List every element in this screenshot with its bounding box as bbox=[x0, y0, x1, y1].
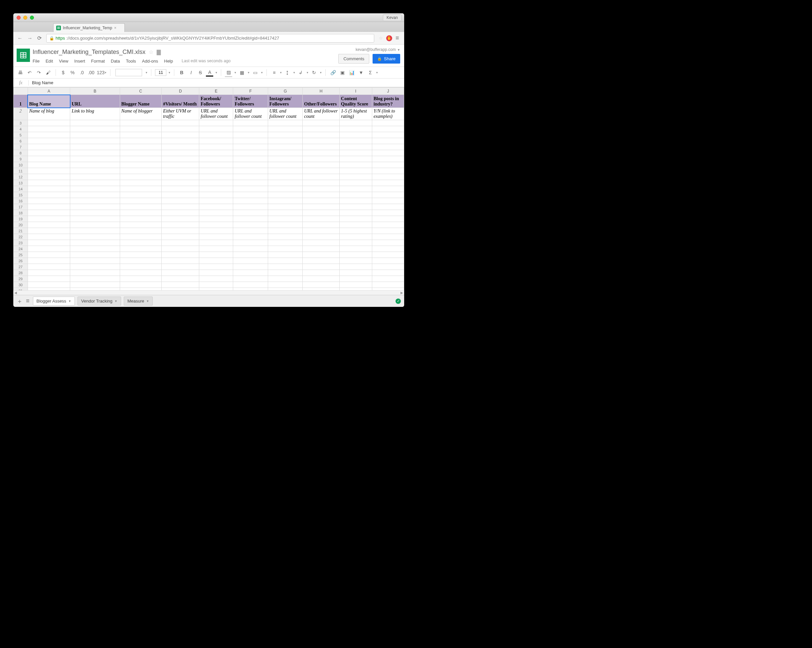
cell[interactable] bbox=[70, 264, 120, 270]
filter-icon[interactable]: ▼ bbox=[357, 69, 365, 76]
share-button[interactable]: 🔒 Share bbox=[372, 54, 400, 64]
cell[interactable] bbox=[303, 192, 340, 198]
cell[interactable] bbox=[340, 204, 372, 210]
cell[interactable] bbox=[340, 288, 372, 290]
cell[interactable] bbox=[340, 276, 372, 282]
back-button[interactable]: ← bbox=[17, 35, 23, 41]
cell[interactable] bbox=[268, 210, 302, 216]
cell[interactable] bbox=[162, 258, 199, 264]
row-number[interactable]: 26 bbox=[14, 258, 28, 264]
redo-icon[interactable]: ↷ bbox=[35, 69, 43, 76]
cell[interactable] bbox=[162, 264, 199, 270]
cell[interactable] bbox=[120, 138, 162, 144]
row-number[interactable]: 18 bbox=[14, 210, 28, 216]
scroll-left-icon[interactable]: ◀ bbox=[13, 290, 18, 295]
cell[interactable] bbox=[70, 168, 120, 174]
cell[interactable] bbox=[233, 180, 268, 186]
cell[interactable] bbox=[233, 234, 268, 240]
row-number[interactable]: 11 bbox=[14, 168, 28, 174]
cell[interactable] bbox=[233, 252, 268, 258]
cell[interactable] bbox=[199, 192, 233, 198]
column-header[interactable]: C bbox=[120, 87, 162, 95]
cell[interactable]: URL and follower count bbox=[233, 108, 268, 120]
cell[interactable] bbox=[199, 150, 233, 156]
cell[interactable] bbox=[27, 210, 70, 216]
cell[interactable] bbox=[233, 120, 268, 126]
cell[interactable] bbox=[70, 222, 120, 228]
cell[interactable] bbox=[268, 132, 302, 138]
cell[interactable] bbox=[372, 198, 404, 204]
cell[interactable] bbox=[372, 150, 404, 156]
cell[interactable] bbox=[27, 132, 70, 138]
cell[interactable] bbox=[70, 204, 120, 210]
cell[interactable] bbox=[120, 186, 162, 192]
cell[interactable] bbox=[303, 234, 340, 240]
cell[interactable] bbox=[120, 204, 162, 210]
comment-icon[interactable]: ▣ bbox=[339, 69, 346, 76]
cell[interactable] bbox=[162, 162, 199, 168]
column-header[interactable]: G bbox=[268, 87, 302, 95]
header-cell[interactable]: #Visitors/ Month bbox=[162, 95, 199, 108]
address-bar[interactable]: 🔒 https ://docs.google.com/spreadsheets/… bbox=[46, 34, 374, 43]
cell[interactable] bbox=[303, 204, 340, 210]
cell[interactable] bbox=[268, 156, 302, 162]
cell[interactable] bbox=[70, 252, 120, 258]
cell[interactable] bbox=[27, 192, 70, 198]
cell[interactable] bbox=[27, 138, 70, 144]
cell[interactable] bbox=[27, 180, 70, 186]
row-number[interactable]: 4 bbox=[14, 126, 28, 132]
cell[interactable] bbox=[120, 216, 162, 222]
cell[interactable] bbox=[70, 132, 120, 138]
cell[interactable] bbox=[70, 180, 120, 186]
cell[interactable] bbox=[70, 174, 120, 180]
cell[interactable] bbox=[120, 222, 162, 228]
cell[interactable] bbox=[120, 258, 162, 264]
row-number[interactable]: 17 bbox=[14, 204, 28, 210]
cell[interactable] bbox=[199, 222, 233, 228]
cell[interactable] bbox=[120, 174, 162, 180]
cell[interactable] bbox=[233, 132, 268, 138]
cell[interactable] bbox=[303, 288, 340, 290]
cell[interactable] bbox=[162, 198, 199, 204]
cell[interactable] bbox=[199, 228, 233, 234]
row-number[interactable]: 7 bbox=[14, 144, 28, 150]
currency-icon[interactable]: $ bbox=[60, 69, 67, 76]
menu-tools[interactable]: Tools bbox=[126, 58, 136, 64]
cell[interactable] bbox=[268, 228, 302, 234]
cell[interactable] bbox=[268, 204, 302, 210]
decimal-decrease-icon[interactable]: .0 bbox=[78, 69, 85, 76]
row-number[interactable]: 5 bbox=[14, 132, 28, 138]
row-number[interactable]: 10 bbox=[14, 162, 28, 168]
functions-icon[interactable]: Σ bbox=[366, 69, 374, 76]
cell[interactable] bbox=[268, 150, 302, 156]
cell[interactable] bbox=[120, 126, 162, 132]
user-email[interactable]: kevan@bufferapp.com ▼ bbox=[338, 47, 400, 52]
cell[interactable] bbox=[372, 168, 404, 174]
cell[interactable] bbox=[27, 156, 70, 162]
cell[interactable] bbox=[162, 246, 199, 252]
cell[interactable] bbox=[268, 138, 302, 144]
cell[interactable] bbox=[268, 240, 302, 246]
cell[interactable] bbox=[120, 156, 162, 162]
cell[interactable] bbox=[303, 240, 340, 246]
cell[interactable] bbox=[340, 240, 372, 246]
row-number[interactable]: 3 bbox=[14, 120, 28, 126]
cell[interactable] bbox=[303, 264, 340, 270]
cell[interactable] bbox=[162, 138, 199, 144]
chevron-down-icon[interactable]: ▼ bbox=[68, 300, 71, 303]
decimal-increase-icon[interactable]: .00 bbox=[87, 69, 95, 76]
cell[interactable] bbox=[199, 174, 233, 180]
cell[interactable] bbox=[340, 138, 372, 144]
cell[interactable] bbox=[199, 186, 233, 192]
cell[interactable] bbox=[70, 120, 120, 126]
row-number[interactable]: 6 bbox=[14, 138, 28, 144]
select-all-corner[interactable] bbox=[14, 87, 28, 95]
cell[interactable] bbox=[372, 234, 404, 240]
cell[interactable] bbox=[199, 252, 233, 258]
cell[interactable] bbox=[70, 192, 120, 198]
tab-close-icon[interactable]: × bbox=[114, 26, 116, 30]
cell[interactable] bbox=[268, 288, 302, 290]
menu-add-ons[interactable]: Add-ons bbox=[142, 58, 158, 64]
folder-icon[interactable]: ▇ bbox=[157, 49, 161, 55]
cell[interactable] bbox=[162, 282, 199, 288]
